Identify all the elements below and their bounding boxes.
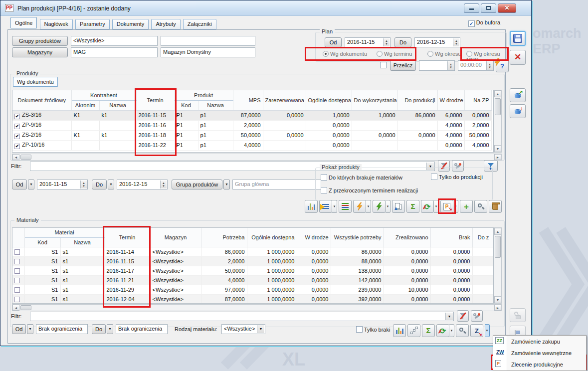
magazyn-kod-value[interactable]: MAG <box>71 47 158 57</box>
menu-item-zlecenie-produkcyjne[interactable]: P Zlecenie produkcyjne <box>493 359 586 370</box>
produkty-tab-wg-dokumentu[interactable]: Wg dokumentu <box>13 77 58 87</box>
materialy-od-dropdown[interactable]: ▼ <box>27 324 33 334</box>
plan-do-button[interactable]: Do <box>394 37 411 47</box>
produkty-od-dropdown[interactable]: ▼ <box>28 180 34 189</box>
przelicz-button[interactable]: Przelicz <box>390 60 416 71</box>
scroll-up-icon[interactable]: ▲ <box>494 228 501 235</box>
clear-filter-button[interactable] <box>457 310 469 322</box>
table-row[interactable]: ✔ZS-3/16K1k12016-11-15P1p187,00000,00001… <box>12 110 491 120</box>
process-green-button[interactable] <box>373 200 386 213</box>
menu-item-zamowienie-zakupu[interactable]: ZZ Zamówienie zakupu <box>493 336 586 347</box>
column-header[interactable]: Magazyn <box>150 228 201 247</box>
table-row[interactable]: ✔ZP-9/162016-11-16P1p12,00000,00004,0000… <box>12 120 491 130</box>
dropdown-icon[interactable]: ▼ <box>332 200 337 213</box>
column-header[interactable]: Termin <box>104 228 150 247</box>
tab-atrybuty[interactable]: Atrybuty <box>151 19 180 29</box>
maximize-button[interactable] <box>481 3 496 13</box>
column-header[interactable]: Termin <box>136 90 174 110</box>
column-header[interactable]: Dokument źródłowy <box>12 90 71 110</box>
column-header[interactable]: Wszystkie potrzeby <box>331 228 384 247</box>
materialy-do-dropdown[interactable]: ▼ <box>107 324 113 334</box>
refresh-button[interactable]: ⟳ <box>436 324 449 337</box>
combo-arrow-icon[interactable]: ▼ <box>445 313 453 320</box>
scroll-thumb[interactable] <box>20 155 31 160</box>
lock-button[interactable] <box>510 308 526 322</box>
chart-button[interactable] <box>305 200 318 213</box>
scroll-up-icon[interactable]: ▲ <box>494 90 501 97</box>
produkty-vscrollbar[interactable]: ▲ ▼ <box>494 90 502 153</box>
recalc-help-button[interactable]: ? <box>496 59 509 72</box>
grupa-glowna-field[interactable]: Grupa główna <box>232 180 321 189</box>
sum-button[interactable]: Σ <box>422 324 435 337</box>
column-header[interactable]: Nazwa <box>60 237 104 247</box>
do-bufora-checkbox[interactable]: ✓ <box>468 20 475 27</box>
magazyny-button[interactable]: Magazyny <box>12 47 68 57</box>
cb-tylko-do-produkcji[interactable]: Tylko do produkcji <box>431 174 483 180</box>
row-checkbox[interactable] <box>14 259 20 264</box>
title-bar[interactable]: PP Plan produkcji [PP-4/16] - zostanie d… <box>0 0 531 16</box>
production-order-button[interactable]: P↘ <box>440 200 453 213</box>
steps-button[interactable] <box>407 324 420 337</box>
minimize-button[interactable] <box>464 3 479 13</box>
grupy-produktow-button[interactable]: Grupy produktów <box>12 36 68 46</box>
table-row[interactable]: S1s12016-11-15<Wszystkie>2,00001 000,000… <box>12 256 494 266</box>
combo-arrow-icon[interactable]: ▼ <box>257 325 264 333</box>
copy-documents-button[interactable]: ▲ <box>392 200 405 213</box>
przelicz-time-field[interactable]: 00:00:00▲▼ <box>458 60 494 71</box>
cb-przekroczony-termin[interactable]: Z przekroczonym terminem realizacji <box>321 187 418 193</box>
scroll-down-icon[interactable]: ▼ <box>494 296 501 303</box>
magazyn-nazwa-value[interactable]: Magazyn Domyślny <box>161 47 255 57</box>
table-row[interactable]: S1s12016-11-17<Wszystkie>50,00001 000,00… <box>12 266 494 275</box>
row-checkbox[interactable] <box>14 278 20 283</box>
produkty-do-button[interactable]: Do <box>92 180 107 189</box>
scroll-right-icon[interactable]: ► <box>494 305 501 311</box>
materialy-do-field[interactable]: Brak ograniczenia <box>116 324 168 334</box>
row-checkbox[interactable] <box>14 249 20 255</box>
materialy-filtr-combo[interactable]: ▼ <box>30 312 454 321</box>
column-header[interactable]: Nazwa <box>198 100 233 110</box>
tab-dokumenty[interactable]: Dokumenty <box>112 19 149 29</box>
column-header[interactable]: Brak <box>430 228 472 247</box>
dropdown-icon[interactable]: ▼ <box>449 324 454 337</box>
rodzaj-materialu-select[interactable]: <Wszystkie>▼ <box>221 324 265 334</box>
row-checkbox[interactable]: ✔ <box>14 124 20 129</box>
column-header[interactable]: Zrealizowano <box>384 228 430 247</box>
import-button[interactable]: ↓ <box>510 104 526 118</box>
grupy-produktow-value[interactable]: <Wszystkie> <box>71 36 158 46</box>
cancel-button[interactable]: ✕ <box>510 50 526 65</box>
produkty-do-date[interactable]: 2016-12-15▲▼ <box>117 180 168 189</box>
delete-button[interactable] <box>489 200 502 213</box>
column-header[interactable]: Produkt <box>174 90 233 100</box>
generate-order-button[interactable]: Z↘ <box>470 324 483 337</box>
scroll-thumb[interactable] <box>495 236 501 258</box>
materialy-do-button[interactable]: Do <box>92 324 106 334</box>
grupa-produktow-button[interactable]: Grupa produktów <box>172 180 222 189</box>
spinner-icon[interactable]: ▲▼ <box>447 61 454 70</box>
przelicz-checkbox[interactable] <box>380 62 387 68</box>
przelicz-amount-field[interactable]: ▲▼ <box>419 60 455 71</box>
dropdown-icon[interactable]: ▼ <box>386 200 391 213</box>
column-header[interactable]: Do z <box>472 228 494 247</box>
produkty-hscrollbar[interactable]: ◄ ► <box>12 154 502 161</box>
column-header[interactable]: Zarezerwowana <box>263 90 306 110</box>
column-header[interactable]: Potrzeba <box>201 228 247 247</box>
materialy-vscrollbar[interactable]: ▲ ▼ <box>494 227 502 304</box>
column-header[interactable]: Nazwa <box>99 100 136 110</box>
tab-parametry[interactable]: Parametry <box>75 19 110 29</box>
spinner-icon[interactable]: ▲▼ <box>383 38 390 46</box>
chart-button[interactable] <box>393 324 406 337</box>
materialy-od-field[interactable]: Brak ograniczenia <box>36 324 88 334</box>
column-header[interactable]: Kod <box>24 237 60 247</box>
column-header[interactable]: W drodze <box>437 90 464 110</box>
row-checkbox[interactable] <box>14 297 20 302</box>
column-header[interactable]: Do produkcji <box>397 90 437 110</box>
table-row[interactable]: S1s12016-11-14<Wszystkie>86,00001 000,00… <box>12 247 494 256</box>
radio-wg-okresu[interactable]: Wg okresu <box>427 51 461 57</box>
column-header[interactable]: MPS <box>233 90 263 110</box>
dropdown-icon[interactable]: ▼ <box>366 200 371 213</box>
produkty-do-dropdown[interactable]: ▼ <box>108 180 114 189</box>
cb-tylko-braki[interactable]: Tylko braki <box>356 326 390 333</box>
list-button[interactable] <box>339 200 352 213</box>
plan-od-date[interactable]: 2016-11-15▲▼ <box>345 37 391 47</box>
dropdown-icon[interactable]: ▼ <box>453 200 458 213</box>
